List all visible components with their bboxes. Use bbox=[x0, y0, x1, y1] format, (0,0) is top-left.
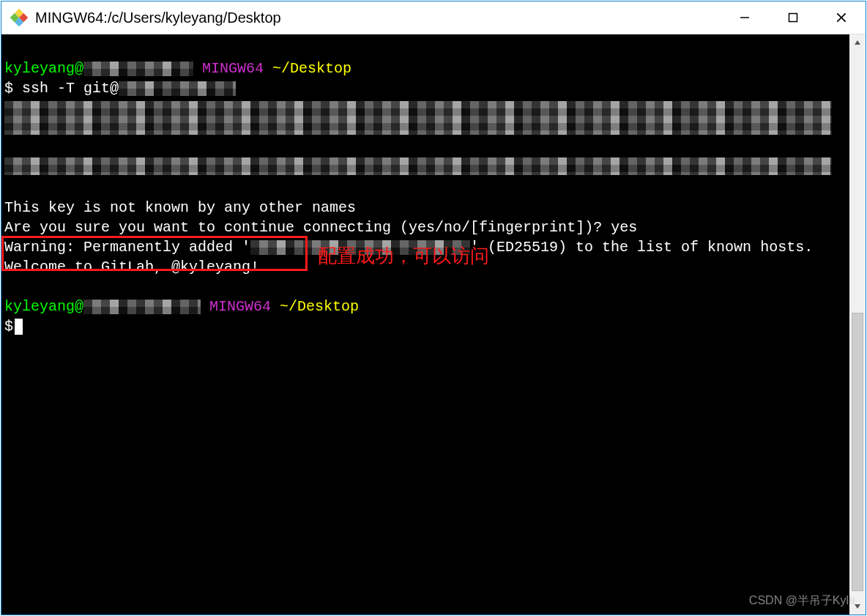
titlebar: MINGW64:/c/Users/kyleyang/Desktop bbox=[1, 1, 866, 34]
client-area: kyleyang@ MINGW64 ~/Desktop $ ssh -T git… bbox=[1, 34, 866, 615]
prompt-env: MINGW64 bbox=[209, 298, 271, 315]
prompt-symbol: $ bbox=[4, 80, 22, 97]
vertical-scrollbar[interactable] bbox=[849, 34, 866, 615]
redacted-output-line bbox=[4, 157, 832, 175]
scroll-up-button[interactable] bbox=[849, 34, 866, 51]
close-button[interactable] bbox=[817, 1, 866, 34]
prompt-user: kyleyang bbox=[4, 60, 75, 77]
prompt-symbol: $ bbox=[4, 318, 13, 335]
terminal-window: MINGW64:/c/Users/kyleyang/Desktop kyleya… bbox=[1, 1, 866, 615]
command-text: ssh -T git@ bbox=[22, 80, 119, 97]
window-controls bbox=[721, 1, 866, 34]
prompt-at: @ bbox=[75, 298, 83, 315]
scroll-thumb[interactable] bbox=[852, 313, 863, 591]
redacted-host-added bbox=[250, 240, 470, 255]
svg-rect-6 bbox=[789, 14, 797, 22]
window-title: MINGW64:/c/Users/kyleyang/Desktop bbox=[35, 10, 721, 26]
prompt-path: ~/Desktop bbox=[280, 298, 359, 315]
output-line-warn-b: ' (ED25519) to the list of known hosts. bbox=[470, 239, 813, 256]
svg-marker-10 bbox=[855, 604, 860, 609]
terminal-output[interactable]: kyleyang@ MINGW64 ~/Desktop $ ssh -T git… bbox=[1, 34, 849, 615]
redacted-output-block bbox=[4, 101, 832, 135]
output-line: Are you sure you want to continue connec… bbox=[4, 219, 637, 236]
svg-marker-9 bbox=[855, 40, 860, 45]
output-line: This key is not known by any other names bbox=[4, 199, 356, 216]
scroll-down-button[interactable] bbox=[849, 598, 866, 615]
prompt-at: @ bbox=[75, 60, 83, 77]
app-icon bbox=[9, 7, 29, 28]
maximize-button[interactable] bbox=[769, 1, 817, 34]
redacted-host-arg bbox=[119, 81, 236, 96]
prompt-user: kyleyang bbox=[4, 298, 75, 315]
redacted-host bbox=[83, 300, 201, 314]
minimize-button[interactable] bbox=[721, 1, 769, 34]
cursor bbox=[15, 319, 23, 335]
prompt-env: MINGW64 bbox=[202, 60, 264, 77]
welcome-line: Welcome to GitLab, @kyleyang! bbox=[4, 259, 259, 275]
prompt-path: ~/Desktop bbox=[272, 60, 351, 77]
redacted-host bbox=[83, 62, 193, 76]
output-line-warn-a: Warning: Permanently added ' bbox=[4, 239, 250, 256]
